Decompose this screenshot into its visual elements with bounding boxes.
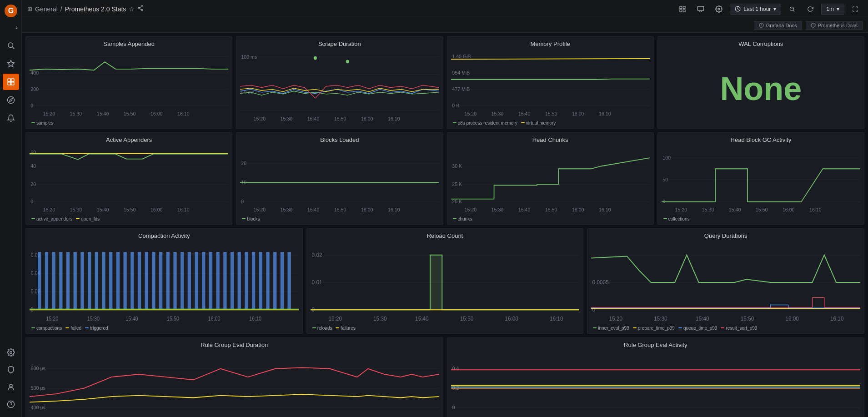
legend-dot-samples bbox=[31, 122, 35, 123]
sidebar-item-shield[interactable] bbox=[3, 362, 19, 378]
svg-text:954 MiB: 954 MiB bbox=[452, 70, 470, 75]
panel-body-samples: 0 200 400 15:20 15:30 15:40 15:50 16:00 … bbox=[26, 49, 232, 119]
sidebar-item-alerting[interactable] bbox=[3, 110, 19, 126]
legend-item-chunks: chunks bbox=[453, 216, 472, 221]
svg-text:15:20: 15:20 bbox=[464, 207, 477, 212]
legend-item-compactions: compactions bbox=[31, 326, 62, 331]
sidebar-item-help[interactable] bbox=[3, 396, 19, 412]
svg-text:16:00: 16:00 bbox=[151, 111, 163, 116]
legend-item-fds: open_fds bbox=[76, 216, 100, 221]
svg-text:15:30: 15:30 bbox=[654, 316, 667, 322]
panel-legend-scrape bbox=[236, 124, 442, 128]
grafana-docs-btn[interactable]: Grafana Docs bbox=[754, 21, 802, 30]
sidebar-item-settings[interactable] bbox=[3, 344, 19, 361]
svg-text:1.40 GiB: 1.40 GiB bbox=[452, 54, 471, 59]
zoom-out-btn[interactable] bbox=[785, 2, 799, 16]
svg-text:40: 40 bbox=[30, 163, 36, 169]
svg-line-19 bbox=[140, 7, 141, 8]
svg-rect-160 bbox=[223, 252, 226, 310]
dashboard-settings-btn[interactable] bbox=[712, 2, 726, 16]
svg-rect-165 bbox=[259, 252, 262, 310]
legend-dot-appenders bbox=[31, 218, 35, 219]
panel-active-appenders: Active Appenders 0 20 40 60 bbox=[25, 132, 232, 225]
svg-rect-134 bbox=[38, 252, 41, 310]
legend-item-reloads: reloads bbox=[312, 326, 332, 331]
sidebar-toggle[interactable]: › bbox=[0, 22, 21, 33]
panel-title-samples: Samples Appended bbox=[26, 37, 232, 49]
interval-label: 1m bbox=[826, 6, 834, 12]
legend-item-p8s: p8s process resident memory bbox=[453, 121, 517, 126]
legend-dot-blocks bbox=[242, 218, 246, 219]
svg-rect-151 bbox=[159, 252, 162, 310]
svg-text:15:20: 15:20 bbox=[46, 316, 58, 322]
svg-text:15:20: 15:20 bbox=[254, 207, 266, 212]
svg-text:15:30: 15:30 bbox=[281, 116, 293, 122]
sidebar-item-explore[interactable] bbox=[3, 92, 19, 108]
svg-point-15 bbox=[141, 5, 143, 7]
svg-text:25 K: 25 K bbox=[452, 181, 462, 186]
refresh-btn[interactable] bbox=[803, 2, 818, 16]
share-icon[interactable] bbox=[137, 5, 144, 13]
svg-rect-142 bbox=[95, 252, 98, 310]
svg-text:50: 50 bbox=[662, 177, 668, 182]
svg-text:15:30: 15:30 bbox=[70, 207, 82, 212]
chevron-down-icon: ▾ bbox=[773, 6, 776, 12]
add-panel-btn[interactable] bbox=[675, 2, 690, 16]
svg-text:20: 20 bbox=[30, 181, 36, 186]
svg-rect-135 bbox=[45, 252, 48, 310]
legend-item-failed: failed bbox=[65, 326, 81, 331]
panel-wal-corruptions: WAL Corruptions None bbox=[657, 36, 864, 129]
svg-line-3 bbox=[12, 47, 14, 49]
svg-rect-152 bbox=[166, 252, 170, 310]
sidebar-item-search[interactable] bbox=[3, 37, 19, 54]
panel-body-rule-activity: 0 0.2 0.4 bbox=[447, 350, 864, 417]
svg-rect-158 bbox=[209, 252, 212, 310]
panel-title-chunks: Head Chunks bbox=[447, 133, 653, 145]
svg-rect-143 bbox=[102, 252, 105, 310]
panel-title-query: Query Durations bbox=[587, 229, 864, 241]
legend-dot-result bbox=[721, 327, 724, 328]
svg-text:16:00: 16:00 bbox=[786, 316, 799, 322]
time-range-picker[interactable]: Last 1 hour ▾ bbox=[730, 4, 781, 15]
panel-body-gc: 0 50 100 15:20 15:30 15:40 15:50 16:00 1… bbox=[658, 145, 864, 215]
svg-text:477 MiB: 477 MiB bbox=[452, 86, 470, 92]
panel-body-compaction: 0 0.02 0.04 0.06 bbox=[26, 241, 302, 324]
svg-text:16:10: 16:10 bbox=[388, 116, 400, 122]
legend-dot-failures bbox=[336, 327, 339, 328]
panel-title-reload: Reload Count bbox=[307, 229, 583, 241]
legend-item-prepare: prepare_time_p99 bbox=[633, 326, 675, 331]
panel-query-durations: Query Durations 0 0.0005 bbox=[587, 228, 864, 334]
breadcrumb-parent[interactable]: General bbox=[35, 5, 58, 13]
svg-text:15:20: 15:20 bbox=[43, 207, 55, 212]
star-icon[interactable]: ☆ bbox=[129, 5, 135, 13]
svg-text:15:30: 15:30 bbox=[491, 111, 503, 116]
svg-rect-8 bbox=[11, 82, 14, 85]
panel-title-rule-eval: Rule Group Eval Duration bbox=[26, 338, 443, 350]
panel-compaction: Compaction Activity 0 0.02 0.04 0.06 bbox=[25, 228, 303, 334]
svg-rect-5 bbox=[8, 79, 10, 81]
svg-text:15:50: 15:50 bbox=[545, 111, 557, 116]
legend-dot-reloads bbox=[312, 327, 316, 328]
svg-text:15:50: 15:50 bbox=[460, 316, 473, 322]
interval-picker[interactable]: 1m ▾ bbox=[821, 4, 844, 15]
svg-text:15:30: 15:30 bbox=[281, 207, 293, 212]
legend-item-inner: inner_eval_p99 bbox=[593, 326, 629, 331]
svg-marker-4 bbox=[7, 60, 14, 67]
svg-rect-144 bbox=[109, 252, 112, 310]
sidebar-item-dashboards[interactable] bbox=[3, 74, 19, 90]
sidebar-item-starred[interactable] bbox=[3, 55, 19, 72]
svg-text:0.01: 0.01 bbox=[311, 279, 322, 285]
prometheus-docs-btn[interactable]: Prometheus Docs bbox=[806, 21, 863, 30]
svg-text:0: 0 bbox=[30, 199, 33, 204]
top-bar: ⊞ General / Prometheus 2.0 Stats ☆ bbox=[22, 0, 868, 18]
panel-body-reload: 0 0.01 0.02 15:20 15:30 15:40 15:50 16:0… bbox=[307, 241, 583, 324]
svg-text:15:30: 15:30 bbox=[70, 111, 82, 116]
svg-line-29 bbox=[793, 10, 795, 11]
sidebar-item-user[interactable] bbox=[3, 379, 19, 395]
svg-rect-21 bbox=[683, 6, 686, 9]
row-3: Compaction Activity 0 0.02 0.04 0.06 bbox=[25, 228, 864, 334]
kiosk-btn[interactable] bbox=[848, 2, 863, 16]
svg-text:50 ms: 50 ms bbox=[241, 89, 255, 95]
legend-item-blocks: blocks bbox=[242, 216, 260, 221]
tv-mode-btn[interactable] bbox=[693, 2, 708, 16]
